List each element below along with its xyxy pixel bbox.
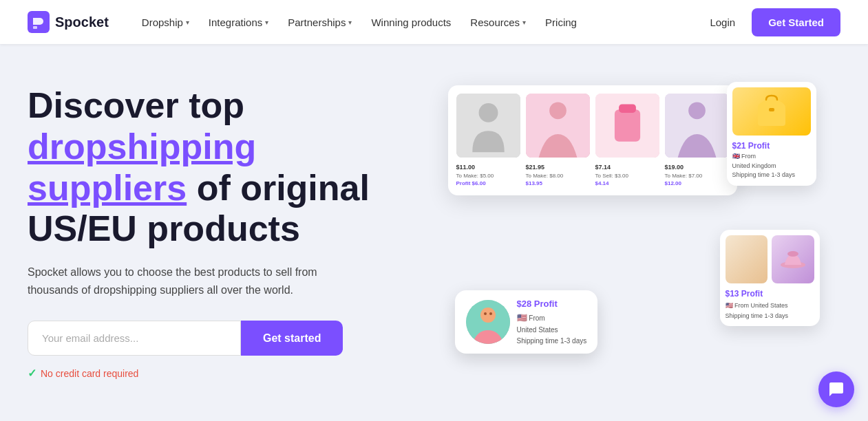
svg-point-3 bbox=[478, 103, 498, 122]
man-figure-icon bbox=[456, 94, 520, 158]
check-icon: ✓ bbox=[28, 367, 36, 380]
product-thumb-woman2 bbox=[665, 94, 729, 158]
woman2-figure-icon bbox=[665, 94, 729, 158]
spocket-logo-icon bbox=[28, 11, 50, 33]
profile-info: $28 Profit 🇺🇸 From United States Shippin… bbox=[517, 297, 587, 347]
hero-left: Discover top dropshipping suppliers of o… bbox=[28, 78, 413, 380]
product-info-row: $11.00 To Make: $5.00 Profit $6.00 $21.9… bbox=[456, 163, 729, 187]
product-collage: $11.00 To Make: $5.00 Profit $6.00 $21.9… bbox=[434, 78, 820, 395]
nav-item-partnerships[interactable]: Partnerships ▾ bbox=[279, 11, 360, 34]
svg-point-13 bbox=[480, 307, 496, 323]
svg-rect-1 bbox=[33, 26, 37, 29]
product-info-3: $7.14 To Sell: $3.00 $4.14 bbox=[595, 163, 659, 187]
chat-icon bbox=[828, 381, 845, 398]
pink-product-icon bbox=[595, 94, 659, 158]
product-thumb-pink bbox=[595, 94, 659, 158]
get-started-nav-button[interactable]: Get Started bbox=[752, 8, 840, 36]
right-profit-info: $13 Profit 🇺🇸 From United States Shippin… bbox=[726, 288, 814, 321]
product-thumb-man bbox=[456, 94, 520, 158]
yellow-bag-icon bbox=[751, 94, 792, 129]
svg-point-15 bbox=[489, 312, 492, 315]
svg-rect-11 bbox=[769, 108, 774, 111]
product-thumb-woman1 bbox=[526, 94, 590, 158]
svg-rect-7 bbox=[614, 109, 639, 142]
chevron-down-icon: ▾ bbox=[186, 19, 189, 26]
svg-point-17 bbox=[787, 251, 798, 257]
top-float-info: $21 Profit 🇬🇧 From United Kingdom Shippi… bbox=[732, 140, 811, 180]
nav-item-integrations[interactable]: Integrations ▾ bbox=[200, 11, 277, 34]
logo[interactable]: Spocket bbox=[28, 11, 109, 33]
nav-links: Dropship ▾ Integrations ▾ Partnerships ▾… bbox=[134, 11, 702, 34]
chevron-down-icon: ▾ bbox=[522, 19, 526, 26]
woman1-figure-icon bbox=[526, 94, 590, 158]
navbar: Spocket Dropship ▾ Integrations ▾ Partne… bbox=[0, 0, 868, 44]
hat-icon bbox=[779, 246, 807, 273]
right-profit-card: $13 Profit 🇺🇸 From United States Shippin… bbox=[720, 230, 820, 326]
cream-product-image bbox=[726, 235, 768, 283]
nav-actions: Login Get Started bbox=[701, 8, 840, 36]
nav-item-winning-products[interactable]: Winning products bbox=[363, 11, 459, 34]
chevron-down-icon: ▾ bbox=[348, 19, 352, 26]
logo-text: Spocket bbox=[55, 14, 109, 30]
svg-point-14 bbox=[484, 312, 487, 315]
pink-hat-product-image bbox=[772, 235, 814, 283]
product-info-2: $21.95 To Make: $8.00 $13.95 bbox=[526, 163, 590, 187]
product-grid-card: $11.00 To Make: $5.00 Profit $6.00 $21.9… bbox=[448, 85, 737, 195]
profile-woman-icon bbox=[466, 300, 510, 344]
hero-title: Discover top dropshipping suppliers of o… bbox=[28, 85, 413, 250]
svg-point-10 bbox=[688, 102, 706, 119]
yellow-product-image bbox=[732, 87, 811, 136]
chevron-down-icon: ▾ bbox=[265, 19, 268, 26]
svg-rect-8 bbox=[619, 105, 636, 113]
email-input[interactable] bbox=[28, 321, 241, 356]
product-info-1: $11.00 To Make: $5.00 Profit $6.00 bbox=[456, 163, 520, 187]
profile-card: $28 Profit 🇺🇸 From United States Shippin… bbox=[455, 290, 598, 354]
svg-point-5 bbox=[549, 102, 567, 119]
chat-bubble-button[interactable] bbox=[818, 371, 854, 407]
nav-item-resources[interactable]: Resources ▾ bbox=[462, 11, 534, 34]
product-info-4: $19.00 To Make: $7.00 $12.00 bbox=[665, 163, 729, 187]
email-form: Get started bbox=[28, 321, 413, 356]
nav-item-pricing[interactable]: Pricing bbox=[537, 11, 585, 34]
hero-subtitle: Spocket allows you to choose the best pr… bbox=[28, 263, 358, 299]
hero-right: $11.00 To Make: $5.00 Profit $6.00 $21.9… bbox=[413, 78, 840, 395]
no-credit-notice: ✓ No credit card required bbox=[28, 367, 413, 380]
hero-section: Discover top dropshipping suppliers of o… bbox=[0, 44, 868, 421]
top-float-card: $21 Profit 🇬🇧 From United Kingdom Shippi… bbox=[727, 82, 816, 186]
get-started-hero-button[interactable]: Get started bbox=[241, 321, 343, 356]
login-button[interactable]: Login bbox=[701, 11, 743, 34]
profile-avatar bbox=[466, 300, 510, 344]
nav-item-dropship[interactable]: Dropship ▾ bbox=[134, 11, 198, 34]
product-grid bbox=[456, 94, 729, 158]
